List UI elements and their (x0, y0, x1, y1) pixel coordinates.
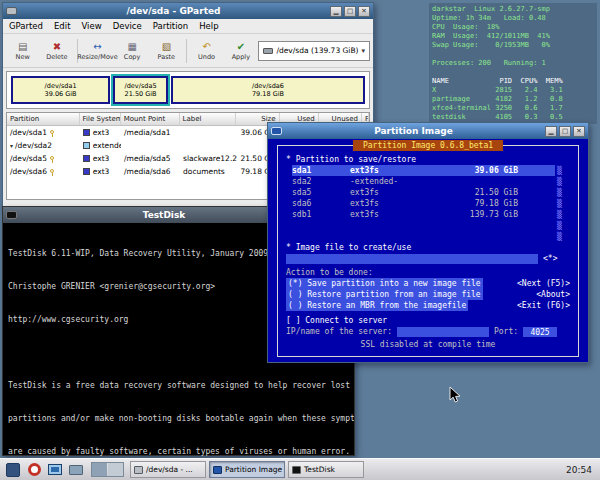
list-item-sda1[interactable]: sda1ext3fs39.06 GiB▒ (292, 165, 564, 176)
radio-restore-mbr[interactable]: ( ) Restore an MBR from the imagefile (286, 300, 468, 311)
new-partition-icon: ▤ (18, 41, 27, 53)
partimage-window-icon (271, 127, 282, 135)
monitor-line: X 2815 2.4 3.1 (432, 86, 594, 95)
monitor-line: NAME PID CPU% MEM% (432, 77, 594, 86)
connect-to-server-checkbox[interactable]: [ ] Connect to server (286, 315, 570, 326)
workspace-1[interactable] (92, 463, 107, 476)
display-launcher[interactable] (46, 461, 64, 479)
about-button[interactable]: <About> (536, 289, 570, 300)
start-menu-button[interactable] (4, 461, 22, 479)
menu-partition[interactable]: Partition (153, 21, 188, 31)
device-selector[interactable]: /dev/sda (139.73 GiB) ▾ (258, 41, 370, 61)
desktop: { "colors": {"desktop_bg":"#5d7c99","par… (0, 0, 600, 480)
menu-device[interactable]: Device (113, 21, 142, 31)
partition-segment-sda5[interactable]: /dev/sda5 21.50 GiB (113, 76, 168, 104)
scrollbar[interactable]: ▒ (555, 198, 564, 209)
monitor-line: darkstar Linux 2.6.27.7-smp (432, 5, 594, 14)
apply-icon: ✔ (237, 41, 245, 53)
next-button[interactable]: <Next (F5)> (517, 278, 570, 289)
paste-button[interactable]: ▧Paste (150, 36, 183, 65)
gparted-window-icon (6, 7, 17, 15)
scrollbar[interactable]: ▒ (555, 187, 564, 198)
monitor-line: Uptime: 1h 34m Load: 0.48 (432, 14, 594, 23)
scrollbar[interactable]: ▒ (555, 209, 564, 220)
partimage-icon (213, 466, 222, 474)
partimage-window-title: Partition Image (286, 126, 541, 136)
terminal-window-icon (6, 211, 17, 219)
copy-button[interactable]: ▦Copy (115, 36, 148, 65)
port-input[interactable]: 4025 (523, 327, 557, 337)
browser-icon (28, 463, 41, 476)
workspace-2[interactable] (108, 463, 123, 476)
dialog-title: Partition Image 0.6.8_beta1 (353, 140, 503, 151)
list-item-sda2[interactable]: sda2-extended-▒ (292, 176, 564, 187)
minimize-icon[interactable]: ▁ (545, 126, 557, 137)
paste-icon: ▧ (162, 41, 171, 53)
partimage-dialog: Partition Image 0.6.8_beta1 * Partition … (277, 145, 579, 357)
maximize-icon[interactable]: □ (559, 126, 571, 137)
section-image-label: * Image file to create/use (286, 242, 570, 253)
close-icon[interactable]: ✕ (573, 126, 585, 137)
scrollbar[interactable]: ▒ (555, 220, 564, 231)
menu-view[interactable]: View (81, 21, 101, 31)
maximize-icon[interactable]: □ (344, 6, 356, 17)
gparted-menubar: GParted Edit View Device Partition Help (3, 19, 373, 34)
disk-icon (263, 48, 273, 54)
server-ip-input[interactable] (397, 327, 489, 337)
partition-visual-bar: /dev/sda1 39.06 GiB /dev/sda5 21.50 GiB … (6, 71, 370, 109)
taskbar-item-gparted[interactable]: /dev/sda - ... (130, 461, 206, 478)
toolbar-separator (186, 39, 187, 63)
mouse-cursor (449, 386, 461, 406)
image-file-input[interactable] (286, 254, 538, 264)
monitor-line: testdisk 4105 0.3 0.5 (432, 113, 594, 122)
expander-icon[interactable]: ▾ (10, 142, 13, 149)
scrollbar[interactable]: ▒ (555, 165, 564, 176)
fs-color-swatch (83, 168, 90, 175)
ssl-status: SSL disabled at compile time (286, 339, 570, 350)
files-launcher[interactable] (67, 461, 85, 479)
partition-list: sda1ext3fs39.06 GiB▒ sda2-extended-▒ sda… (292, 165, 564, 242)
scrollbar[interactable]: ▒ (555, 176, 564, 187)
close-icon[interactable]: ✕ (358, 6, 370, 17)
monitor-line: xfce4-terminal 3250 0.6 1.7 (432, 104, 594, 113)
partition-segment-sda6[interactable]: /dev/sda6 79.18 GiB (171, 76, 365, 104)
apply-button[interactable]: ✔Apply (224, 36, 257, 65)
taskbar-item-partimage[interactable]: Partition Image (209, 461, 285, 478)
workspace-switcher[interactable] (91, 462, 124, 477)
list-item-sda5[interactable]: sda5ext3fs21.50 GiB▒ (292, 187, 564, 198)
menu-help[interactable]: Help (199, 21, 218, 31)
clock: 20:54 (566, 465, 596, 475)
partimage-titlebar[interactable]: Partition Image ▁ □ ✕ (268, 123, 588, 139)
scrollbar[interactable]: ▒ (555, 231, 564, 242)
section-partition-label: * Partition to save/restore (286, 154, 570, 165)
resize-move-button[interactable]: ↔Resize/Move (80, 36, 114, 65)
list-item-sda6[interactable]: sda6ext3fs79.18 GiB▒ (292, 198, 564, 209)
gparted-titlebar[interactable]: /dev/sda - GParted ▁ □ ✕ (3, 3, 373, 19)
copy-icon: ▦ (127, 41, 136, 53)
list-item-sdb1[interactable]: sdb1ext3fs139.73 GiB▒ (292, 209, 564, 220)
exit-button[interactable]: <Exit (F6)> (517, 300, 570, 311)
menu-gparted[interactable]: GParted (9, 21, 43, 31)
taskbar-item-testdisk[interactable]: TestDisk (288, 461, 364, 478)
delete-button[interactable]: ✖Delete (40, 36, 73, 65)
resize-icon: ↔ (93, 41, 101, 53)
field-marker: <*> (543, 253, 557, 264)
monitor-line: Swap Usage: 0/1953MB 0% (432, 41, 594, 50)
fs-color-swatch (83, 142, 90, 149)
radio-restore-partition[interactable]: ( ) Restore partition from an image file (286, 289, 483, 300)
folder-icon (69, 465, 83, 475)
monitor-line: CPU Usage: 18% (432, 23, 594, 32)
monitor-line (432, 50, 594, 59)
monitor-line: RAM Usage: 412/1011MB 41% (432, 32, 594, 41)
radio-save-partition[interactable]: (*) Save partition into a new image file (286, 278, 483, 289)
testdisk-window-title: TestDisk (21, 210, 307, 220)
partition-segment-sda1[interactable]: /dev/sda1 39.06 GiB (11, 76, 110, 104)
key-icon (50, 156, 54, 160)
terminal-icon (292, 466, 301, 474)
new-button[interactable]: ▤New (6, 36, 39, 65)
menu-edit[interactable]: Edit (54, 21, 70, 31)
monitor-line: Processes: 200 Running: 1 (432, 59, 594, 68)
minimize-icon[interactable]: ▁ (330, 6, 342, 17)
undo-button[interactable]: ↶Undo (190, 36, 223, 65)
browser-launcher[interactable] (25, 461, 43, 479)
